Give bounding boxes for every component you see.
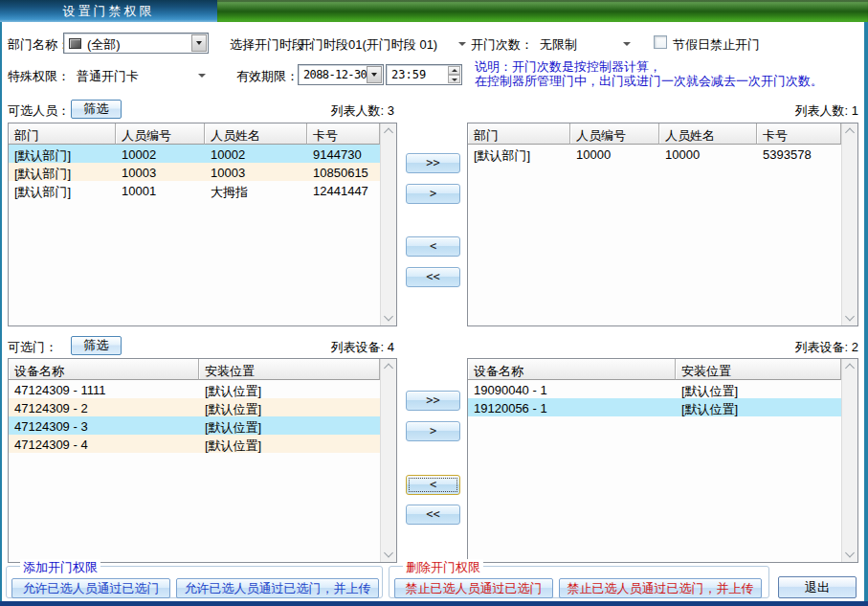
column-header-dept[interactable]: 部门: [9, 123, 116, 145]
scroll-down-icon[interactable]: [845, 549, 855, 558]
table-row[interactable]: [默认部门] 10002 10002 9144730: [9, 145, 380, 163]
period-select[interactable]: 开门时段01(开门时段 01): [297, 34, 469, 54]
table-row[interactable]: 47124309 - 2 [默认位置]: [9, 398, 380, 416]
column-header-id[interactable]: 人员编号: [570, 123, 659, 145]
cell-location: [默认位置]: [199, 435, 380, 453]
personnel-remove-one-button[interactable]: <: [406, 236, 460, 257]
cell-id: 10001: [116, 181, 205, 199]
times-select[interactable]: 无限制: [538, 34, 634, 54]
spin-up-button[interactable]: [448, 66, 460, 75]
vertical-scrollbar[interactable]: [380, 123, 396, 325]
scroll-down-icon[interactable]: [384, 312, 393, 322]
arrow-down-icon: [452, 79, 457, 81]
holiday-checkbox[interactable]: [654, 35, 667, 49]
column-header-location[interactable]: 安装位置: [676, 359, 841, 380]
cell-name: 10003: [205, 163, 307, 181]
available-doors-table: 设备名称 安装位置 47124309 - 1111 [默认位置] 4712430…: [8, 358, 397, 563]
validity-date-combobox[interactable]: 2088-12-30: [298, 64, 384, 85]
table-row[interactable]: 19120056 - 1 [默认位置]: [468, 398, 841, 416]
period-value: 开门时段01(开门时段 01): [299, 36, 437, 54]
available-personnel-label: 可选人员：: [8, 102, 70, 120]
doors-selected-count: 列表设备: 2: [770, 339, 858, 356]
scroll-up-icon[interactable]: [384, 128, 393, 138]
allow-selected-button[interactable]: 允许已选人员通过已选门: [11, 578, 170, 598]
personnel-remove-all-button[interactable]: <<: [406, 267, 460, 287]
validity-time-spinner[interactable]: 23:59: [386, 64, 462, 85]
column-header-name[interactable]: 人员姓名: [659, 123, 757, 145]
validity-date-dropdown-button[interactable]: [367, 66, 382, 83]
times-value: 无限制: [540, 36, 577, 54]
cell-dept: [默认部门]: [9, 145, 116, 163]
personnel-filter-button[interactable]: 筛选: [71, 100, 122, 119]
column-header-card[interactable]: 卡号: [757, 123, 841, 145]
dept-combobox[interactable]: (全部): [63, 33, 209, 54]
table-row[interactable]: 47124309 - 3 [默认位置]: [9, 416, 380, 435]
validity-label: 有效期限：: [236, 68, 299, 85]
vertical-scrollbar[interactable]: [841, 359, 857, 562]
spinner-buttons: [448, 66, 460, 83]
available-doors-label: 可选门：: [8, 339, 57, 356]
personnel-add-one-button[interactable]: >: [406, 184, 460, 204]
scroll-up-icon[interactable]: [384, 364, 393, 373]
doors-add-all-button[interactable]: >>: [406, 391, 460, 411]
spin-down-button[interactable]: [448, 75, 460, 83]
cell-location: [默认位置]: [199, 380, 380, 398]
special-value: 普通开门卡: [77, 68, 139, 85]
special-select[interactable]: 普通开门卡: [75, 66, 209, 85]
remove-permission-group-label: 删除开门权限: [403, 559, 483, 576]
cell-dept: [默认部门]: [9, 163, 116, 181]
doors-filter-button[interactable]: 筛选: [71, 336, 122, 355]
scroll-down-icon[interactable]: [845, 312, 855, 322]
table-row[interactable]: [默认部门] 10000 10000 5393578: [468, 145, 841, 163]
table-row[interactable]: [默认部门] 10001 大拇指 12441447: [9, 181, 380, 199]
titlebar: 设置门禁权限: [0, 0, 868, 22]
column-header-name[interactable]: 人员姓名: [205, 123, 307, 145]
table-row[interactable]: 47124309 - 1111 [默认位置]: [9, 380, 380, 398]
forbid-selected-button[interactable]: 禁止已选人员通过已选门: [394, 578, 553, 598]
table-row[interactable]: 47124309 - 4 [默认位置]: [9, 435, 380, 453]
doors-add-one-button[interactable]: >: [406, 421, 460, 441]
column-header-device[interactable]: 设备名称: [468, 359, 676, 380]
window-right-edge: [864, 22, 868, 606]
validity-time-value: 23:59: [391, 68, 426, 81]
cell-dept: [默认部门]: [9, 181, 116, 199]
personnel-selected-count: 列表人数: 1: [770, 102, 858, 120]
cell-name: 大拇指: [205, 181, 307, 199]
table-row[interactable]: [默认部门] 10003 10003 10850615: [9, 163, 380, 181]
exit-button[interactable]: 退出: [778, 576, 857, 598]
cell-device: 47124309 - 3: [9, 416, 199, 435]
personnel-add-all-button[interactable]: >>: [406, 153, 460, 173]
holiday-checkbox-label: 节假日禁止开门: [673, 36, 760, 54]
cell-device: 47124309 - 1111: [9, 380, 199, 398]
scroll-up-icon[interactable]: [845, 364, 855, 373]
scroll-up-icon[interactable]: [845, 128, 855, 138]
column-header-device[interactable]: 设备名称: [9, 359, 199, 380]
cell-card: 9144730: [307, 145, 380, 163]
column-header-dept[interactable]: 部门: [468, 123, 570, 145]
vertical-scrollbar[interactable]: [841, 123, 857, 325]
chevron-down-icon: [623, 42, 631, 46]
column-header-card[interactable]: 卡号: [307, 123, 380, 145]
chevron-down-icon: [371, 73, 377, 77]
allow-selected-upload-button[interactable]: 允许已选人员通过已选门，并上传: [176, 578, 379, 598]
column-header-location[interactable]: 安装位置: [199, 359, 380, 380]
table-row[interactable]: 19090040 - 1 [默认位置]: [468, 380, 841, 398]
chevron-down-icon: [196, 41, 202, 45]
dept-label: 部门名称：: [8, 36, 70, 54]
cell-device: 47124309 - 4: [9, 435, 199, 453]
cell-location: [默认位置]: [676, 380, 841, 398]
scroll-down-icon[interactable]: [384, 549, 393, 558]
vertical-scrollbar[interactable]: [380, 359, 396, 562]
cell-location: [默认位置]: [199, 398, 380, 416]
doors-available-count: 列表设备: 4: [306, 339, 394, 356]
cell-location: [默认位置]: [676, 398, 841, 416]
doors-remove-all-button[interactable]: <<: [406, 505, 460, 525]
forbid-selected-upload-button[interactable]: 禁止已选人员通过已选门，并上传: [559, 578, 762, 598]
title-banner: [217, 0, 868, 22]
cell-device: 19120056 - 1: [468, 398, 676, 416]
doors-remove-one-button[interactable]: <: [406, 475, 460, 495]
column-header-id[interactable]: 人员编号: [116, 123, 205, 145]
cell-card: 12441447: [307, 181, 380, 199]
dept-dropdown-button[interactable]: [191, 34, 207, 52]
dept-value: (全部): [87, 36, 121, 54]
